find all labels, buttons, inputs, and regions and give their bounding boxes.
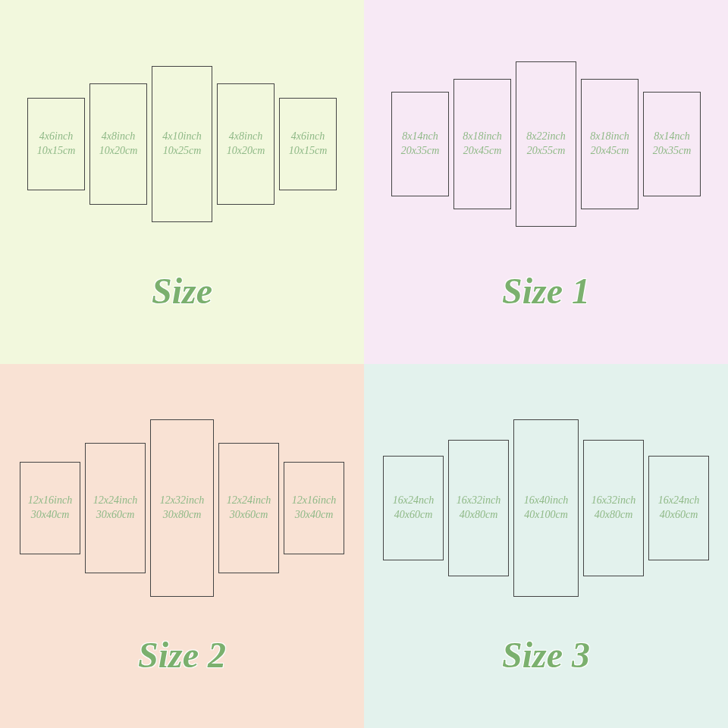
panel-inch-label: 4x10inch bbox=[162, 130, 201, 144]
panel-cm-label: 10x15cm bbox=[37, 144, 76, 158]
size-quadrant-2: 12x16inch30x40cm12x24inch30x60cm12x32inc… bbox=[0, 364, 364, 728]
size-title: Size bbox=[152, 270, 212, 312]
panel-frame: 4x6inch10x15cm bbox=[27, 98, 85, 190]
size-quadrant-0: 4x6inch10x15cm4x8inch10x20cm4x10inch10x2… bbox=[0, 0, 364, 364]
panel-inch-label: 4x8inch bbox=[229, 130, 262, 144]
panel-inch-label: 12x16inch bbox=[292, 494, 336, 508]
panel-inch-label: 4x6inch bbox=[39, 130, 73, 144]
panel-cm-label: 30x80cm bbox=[163, 508, 202, 522]
panel-cm-label: 20x35cm bbox=[653, 144, 692, 158]
panel-inch-label: 12x32inch bbox=[160, 494, 204, 508]
panel-cm-label: 10x20cm bbox=[227, 144, 265, 158]
panel-cm-label: 40x60cm bbox=[394, 508, 433, 522]
panel-inch-label: 12x16inch bbox=[28, 494, 72, 508]
size-quadrant-1: 8x14nch20x35cm8x18inch20x45cm8x22inch20x… bbox=[364, 0, 728, 364]
panel-cm-label: 40x100cm bbox=[524, 508, 568, 522]
size-quadrant-3: 16x24nch40x60cm16x32inch40x80cm16x40inch… bbox=[364, 364, 728, 728]
panel-frame: 8x18inch20x45cm bbox=[581, 79, 639, 209]
panel-frame: 16x24nch40x60cm bbox=[648, 456, 709, 560]
panel-inch-label: 16x40inch bbox=[524, 494, 568, 508]
panel-cm-label: 40x80cm bbox=[460, 508, 498, 522]
panel-cm-label: 20x35cm bbox=[401, 144, 440, 158]
panel-inch-label: 8x14nch bbox=[654, 130, 689, 144]
panel-frame: 4x10inch10x25cm bbox=[152, 66, 212, 222]
panel-inch-label: 8x18inch bbox=[590, 130, 629, 144]
panel-inch-label: 8x22inch bbox=[526, 130, 565, 144]
panel-cm-label: 10x15cm bbox=[289, 144, 328, 158]
panel-cm-label: 30x40cm bbox=[295, 508, 334, 522]
panel-inch-label: 4x6inch bbox=[291, 130, 325, 144]
panel-frame: 12x32inch30x80cm bbox=[150, 419, 214, 597]
panel-cm-label: 30x60cm bbox=[230, 508, 268, 522]
panel-cm-label: 20x45cm bbox=[591, 144, 629, 158]
panel-cm-label: 10x20cm bbox=[99, 144, 138, 158]
panel-frame: 16x32inch40x80cm bbox=[583, 440, 644, 576]
panel-frame: 16x40inch40x100cm bbox=[513, 419, 579, 597]
panel-cm-label: 20x45cm bbox=[463, 144, 502, 158]
panel-cm-label: 20x55cm bbox=[527, 144, 566, 158]
panel-cm-label: 30x60cm bbox=[96, 508, 135, 522]
panel-frame: 16x32inch40x80cm bbox=[448, 440, 509, 576]
panel-frame: 4x8inch10x20cm bbox=[89, 83, 147, 205]
panel-frame: 12x16inch30x40cm bbox=[20, 462, 80, 554]
panel-frame: 4x8inch10x20cm bbox=[217, 83, 275, 205]
panel-frame: 12x24inch30x60cm bbox=[218, 443, 279, 573]
panel-inch-label: 8x18inch bbox=[463, 130, 501, 144]
panel-frame: 4x6inch10x15cm bbox=[279, 98, 337, 190]
panel-frame: 8x22inch20x55cm bbox=[516, 61, 576, 227]
panel-row: 12x16inch30x40cm12x24inch30x60cm12x32inc… bbox=[20, 410, 344, 607]
panel-inch-label: 16x24nch bbox=[393, 494, 434, 508]
size-title: Size 2 bbox=[138, 634, 226, 676]
panel-cm-label: 30x40cm bbox=[31, 508, 70, 522]
panel-frame: 16x24nch40x60cm bbox=[383, 456, 444, 560]
size-title: Size 3 bbox=[502, 634, 590, 676]
panel-frame: 8x14nch20x35cm bbox=[391, 92, 449, 196]
panel-inch-label: 8x14nch bbox=[402, 130, 438, 144]
panel-cm-label: 40x60cm bbox=[660, 508, 698, 522]
panel-inch-label: 4x8inch bbox=[102, 130, 135, 144]
panel-frame: 12x24inch30x60cm bbox=[85, 443, 146, 573]
panel-inch-label: 16x24nch bbox=[658, 494, 699, 508]
panel-inch-label: 12x24inch bbox=[227, 494, 271, 508]
size-title: Size 1 bbox=[502, 270, 590, 312]
panel-frame: 8x14nch20x35cm bbox=[643, 92, 701, 196]
panel-frame: 8x18inch20x45cm bbox=[453, 79, 511, 209]
panel-row: 4x6inch10x15cm4x8inch10x20cm4x10inch10x2… bbox=[27, 46, 337, 243]
panel-inch-label: 16x32inch bbox=[457, 494, 500, 508]
panel-row: 8x14nch20x35cm8x18inch20x45cm8x22inch20x… bbox=[391, 46, 701, 243]
panel-inch-label: 16x32inch bbox=[592, 494, 635, 508]
panel-row: 16x24nch40x60cm16x32inch40x80cm16x40inch… bbox=[383, 410, 709, 607]
panel-cm-label: 10x25cm bbox=[163, 144, 202, 158]
panel-inch-label: 12x24inch bbox=[93, 494, 137, 508]
panel-cm-label: 40x80cm bbox=[595, 508, 633, 522]
panel-frame: 12x16inch30x40cm bbox=[284, 462, 344, 554]
